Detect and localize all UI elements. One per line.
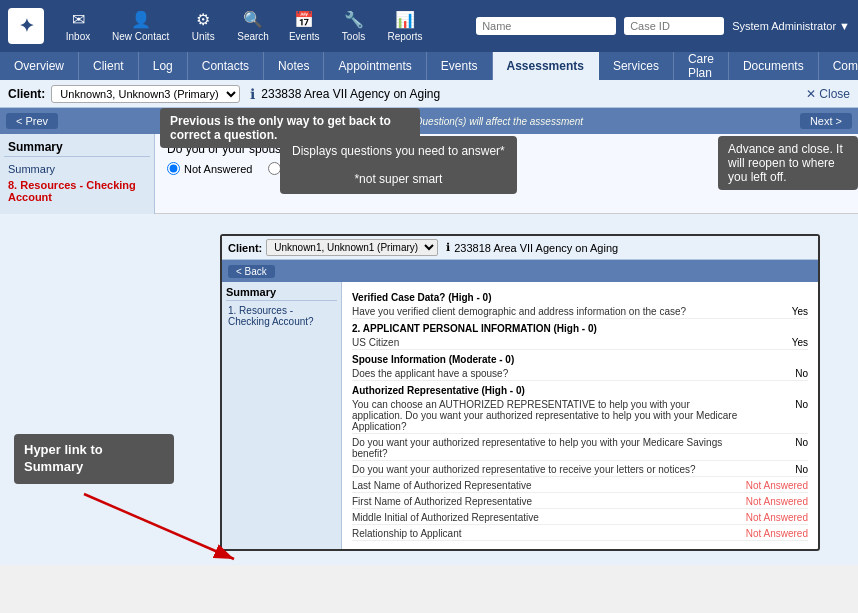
hyperlink-annotation: Hyper link to Summary (14, 434, 174, 484)
inner-body: Summary 1. Resources - Checking Account?… (222, 282, 818, 549)
sidebar-item-summary[interactable]: Summary (4, 161, 150, 177)
events-icon: 📅 (294, 10, 314, 29)
tab-appointments[interactable]: Appointments (324, 52, 426, 80)
inner-client-select[interactable]: Unknown1, Unknown1 (Primary) (266, 239, 438, 256)
inner-section-applicant: 2. APPLICANT PERSONAL INFORMATION (High … (352, 323, 808, 334)
inner-section-verified: Verified Case Data? (High - 0) (352, 292, 808, 303)
assessment-nav: < Prev Note: Any change to Answered Ques… (0, 108, 858, 134)
tab-careplan[interactable]: Care Plan (674, 52, 729, 80)
units-icon: ⚙ (196, 10, 210, 29)
search-icon: 🔍 (243, 10, 263, 29)
red-arrow-svg (74, 484, 274, 574)
radio-not-answered-input[interactable] (167, 162, 180, 175)
inner-case-icon: ℹ (446, 241, 450, 254)
inner-section-auth: Authorized Representative (High - 0) (352, 385, 808, 396)
logo-icon: ✦ (19, 15, 34, 37)
tab-contacts[interactable]: Contacts (188, 52, 264, 80)
annotation-center-text: Displays questions you need to answer**n… (292, 144, 505, 186)
client-label: Client: (8, 87, 45, 101)
tab-notes[interactable]: Notes (264, 52, 324, 80)
caseid-field[interactable] (624, 17, 724, 35)
tab-communications[interactable]: Communications (819, 52, 858, 80)
toolbar-contact[interactable]: 👤 New Contact (104, 6, 177, 46)
inner-row: Relationship to Applicant Not Answered (352, 527, 808, 541)
tab-client[interactable]: Client (79, 52, 139, 80)
client-bar: Client: Unknown3, Unknown3 (Primary) ℹ 2… (0, 80, 858, 108)
name-field[interactable] (476, 17, 616, 35)
inner-sidebar-title: Summary (226, 286, 337, 301)
toolbar-search-label: Search (237, 31, 269, 42)
bottom-section: Hyper link to Summary Client: Unknown1, … (0, 214, 858, 565)
inner-row: Does the applicant have a spouse? No (352, 367, 808, 381)
toolbar-tools-label: Tools (342, 31, 365, 42)
inner-section-spouse: Spouse Information (Moderate - 0) (352, 354, 808, 365)
admin-menu[interactable]: System Administrator ▼ (732, 20, 850, 32)
toolbar-inbox-label: Inbox (66, 31, 90, 42)
client-info: ℹ 233838 Area VII Agency on Aging (250, 86, 440, 102)
annotation-center: Displays questions you need to answer**n… (280, 136, 517, 194)
inner-row: Have you verified client demographic and… (352, 305, 808, 319)
tools-icon: 🔧 (344, 10, 364, 29)
inner-row: You can choose an AUTHORIZED REPRESENTAT… (352, 398, 808, 434)
tab-services[interactable]: Services (599, 52, 674, 80)
inbox-icon: ✉ (72, 10, 85, 29)
app-logo: ✦ (8, 8, 44, 44)
toolbar-events[interactable]: 📅 Events (281, 6, 328, 46)
inner-row: US Citizen Yes (352, 336, 808, 350)
inner-screenshot: Client: Unknown1, Unknown1 (Primary) ℹ 2… (220, 234, 820, 551)
sidebar: Summary Summary 8. Resources - Checking … (0, 134, 155, 214)
annotation-bubble: Hyper link to Summary (14, 434, 174, 484)
tab-documents[interactable]: Documents (729, 52, 819, 80)
sidebar-title: Summary (4, 138, 150, 157)
sidebar-item-resources[interactable]: 8. Resources - Checking Account (4, 177, 150, 205)
toolbar-reports[interactable]: 📊 Reports (380, 6, 431, 46)
toolbar-units-label: Units (192, 31, 215, 42)
top-toolbar: ✦ ✉ Inbox 👤 New Contact ⚙ Units 🔍 Search… (0, 0, 858, 52)
close-button[interactable]: ✕ Close (806, 87, 850, 101)
toolbar-tools[interactable]: 🔧 Tools (332, 6, 376, 46)
nav-tabs: Overview Client Log Contacts Notes Appoi… (0, 52, 858, 80)
assessment-wrapper: < Prev Note: Any change to Answered Ques… (0, 108, 858, 214)
tab-overview[interactable]: Overview (0, 52, 79, 80)
inner-back-button[interactable]: < Back (228, 265, 275, 278)
toolbar-search[interactable]: 🔍 Search (229, 6, 277, 46)
toolbar-inbox[interactable]: ✉ Inbox (56, 6, 100, 46)
toolbar-contact-label: New Contact (112, 31, 169, 42)
inner-client-bar: Client: Unknown1, Unknown1 (Primary) ℹ 2… (222, 236, 818, 260)
client-select[interactable]: Unknown3, Unknown3 (Primary) (51, 85, 240, 103)
inner-sidebar-item-resources[interactable]: 1. Resources - Checking Account? (226, 304, 337, 328)
prev-button[interactable]: < Prev (6, 113, 58, 129)
inner-case-info: 233818 Area VII Agency on Aging (454, 242, 618, 254)
reports-icon: 📊 (395, 10, 415, 29)
toolbar-reports-label: Reports (388, 31, 423, 42)
contact-icon: 👤 (131, 10, 151, 29)
client-info-icon: ℹ (250, 86, 255, 102)
radio-not-answered[interactable]: Not Answered (167, 162, 252, 175)
toolbar-events-label: Events (289, 31, 320, 42)
inner-nav-bar: < Back (222, 260, 818, 282)
svg-line-1 (84, 494, 234, 559)
next-button[interactable]: Next > (800, 113, 852, 129)
inner-row: Do you want your authorized representati… (352, 463, 808, 477)
annotation-next: Advance and close. It will reopen to whe… (718, 136, 858, 190)
client-case-info: 233838 Area VII Agency on Aging (261, 87, 440, 101)
tab-assessments[interactable]: Assessments (493, 52, 599, 80)
inner-row: Last Name of Authorized Representative N… (352, 479, 808, 493)
inner-client-label: Client: (228, 242, 262, 254)
tab-log[interactable]: Log (139, 52, 188, 80)
inner-row: Do you want your authorized representati… (352, 436, 808, 461)
toolbar-units[interactable]: ⚙ Units (181, 6, 225, 46)
inner-row: Middle Initial of Authorized Representat… (352, 511, 808, 525)
page-wrapper: ✦ ✉ Inbox 👤 New Contact ⚙ Units 🔍 Search… (0, 0, 858, 565)
tab-events[interactable]: Events (427, 52, 493, 80)
inner-content: Verified Case Data? (High - 0) Have you … (342, 282, 818, 549)
inner-row: First Name of Authorized Representative … (352, 495, 808, 509)
